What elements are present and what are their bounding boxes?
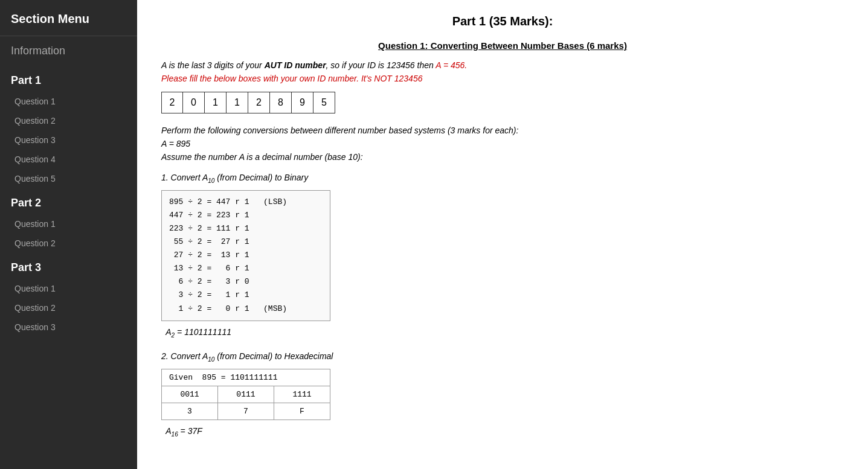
q1-section: 1. Convert A10 (from Decimal) to Binary …: [161, 173, 844, 338]
sidebar-item-p3q3[interactable]: Question 3: [0, 317, 137, 337]
q2-section: 2. Convert A10 (from Decimal) to Hexadec…: [161, 351, 844, 438]
id-red-text: Please fill the below boxes with your ow…: [161, 74, 844, 83]
sidebar-part-3: Part 3: [0, 253, 137, 279]
q2-handwritten: Given 895 = 1101111111 0011 0111 1111 3 …: [161, 369, 330, 420]
q1-result: A2 = 1101111111: [161, 327, 844, 339]
id-digit-3: 1: [227, 92, 248, 113]
sidebar-part-1: Part 1: [0, 66, 137, 92]
sidebar-item-p1q3[interactable]: Question 3: [0, 130, 137, 150]
sidebar-item-p1q5[interactable]: Question 5: [0, 169, 137, 188]
sidebar-item-p2q2[interactable]: Question 2: [0, 234, 137, 253]
perform-line2: A = 895: [161, 139, 844, 148]
perform-line3: Assume the number A is a decimal number …: [161, 152, 844, 162]
id-digit-5: 8: [270, 92, 292, 113]
sidebar-item-p2q1[interactable]: Question 1: [0, 214, 137, 234]
sidebar-section-menu: Section Menu: [0, 0, 137, 36]
id-digit-0: 2: [161, 92, 183, 113]
id-digit-6: 9: [292, 92, 313, 113]
id-digit-4: 2: [248, 92, 270, 113]
q2-result: A16 = 37F: [161, 426, 844, 438]
sidebar-item-p3q1[interactable]: Question 1: [0, 279, 137, 298]
id-digit-7: 5: [313, 92, 335, 113]
sidebar-part-2: Part 2: [0, 188, 137, 214]
perform-line1: Perform the following conversions betwee…: [161, 126, 844, 135]
sidebar-item-p1q2[interactable]: Question 2: [0, 111, 137, 130]
page-title: Part 1 (35 Marks):: [161, 14, 844, 28]
sidebar-item-p3q2[interactable]: Question 2: [0, 298, 137, 317]
question-title: Converting Between Number Bases (6 marks…: [428, 40, 627, 51]
main-content: Part 1 (35 Marks): Question 1: Convertin…: [137, 0, 868, 469]
sidebar-item-p1q4[interactable]: Question 4: [0, 150, 137, 169]
q1-handwritten: 895 ÷ 2 = 447 r 1 (LSB) 447 ÷ 2 = 223 r …: [161, 190, 330, 321]
id-boxes: 2 0 1 1 2 8 9 5: [161, 92, 844, 113]
question-heading: Question 1: Converting Between Number Ba…: [161, 40, 844, 51]
sidebar-item-p1q1[interactable]: Question 1: [0, 92, 137, 111]
id-instruction: A is the last 3 digits of your AUT ID nu…: [161, 60, 844, 70]
sidebar-item-information[interactable]: Information: [0, 36, 137, 66]
question-number: Question 1:: [378, 40, 428, 51]
q2-label: 2. Convert A10 (from Decimal) to Hexadec…: [161, 351, 844, 363]
sidebar: Section Menu Information Part 1 Question…: [0, 0, 137, 469]
id-digit-2: 1: [205, 92, 227, 113]
q1-label: 1. Convert A10 (from Decimal) to Binary: [161, 173, 844, 184]
id-digit-1: 0: [183, 92, 205, 113]
